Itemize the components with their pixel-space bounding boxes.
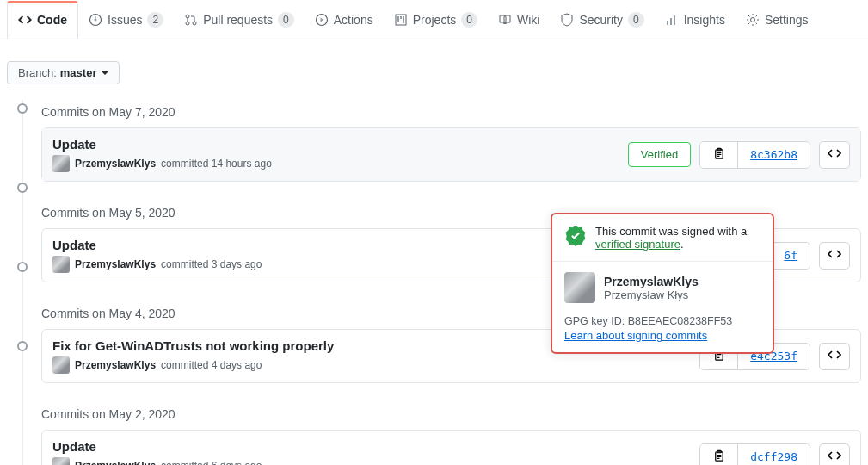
avatar[interactable] [52, 256, 70, 273]
commit-time: committed 4 days ago [161, 359, 262, 371]
timeline-marker-icon [17, 341, 28, 351]
verified-signature-link[interactable]: verified signature [595, 238, 680, 251]
svg-point-5 [193, 22, 196, 25]
copy-sha-button[interactable] [700, 444, 737, 466]
tab-settings[interactable]: Settings [736, 1, 819, 39]
commit-list: UpdatePrzemyslawKlyscommitted 6 days ago… [41, 430, 861, 465]
svg-rect-10 [403, 16, 404, 23]
timeline-marker-icon [17, 103, 28, 114]
browse-repo-button[interactable] [819, 141, 850, 169]
svg-rect-11 [667, 21, 668, 25]
count-badge: 0 [278, 12, 294, 28]
commit-title[interactable]: Update [52, 439, 699, 454]
commit-author[interactable]: PrzemyslawKlys [75, 460, 156, 465]
browse-repo-button[interactable] [819, 242, 850, 270]
tab-label: Code [37, 13, 67, 27]
tab-projects[interactable]: Projects0 [384, 0, 488, 40]
commit-group-title: Commits on May 2, 2020 [41, 402, 861, 430]
commit-sha-link[interactable]: 6f [771, 243, 810, 269]
browse-code-icon [828, 449, 841, 465]
svg-point-3 [186, 15, 189, 18]
count-badge: 0 [628, 12, 644, 28]
branch-selector[interactable]: Branch: master [7, 61, 120, 84]
commit-time: committed 6 days ago [161, 460, 262, 465]
svg-point-4 [186, 22, 189, 25]
verified-badge[interactable]: Verified [628, 142, 691, 167]
pull-request-icon [184, 13, 198, 27]
tab-label: Wiki [517, 13, 539, 27]
tab-label: Security [579, 13, 623, 27]
verified-popover: This commit was signed with a verified s… [551, 213, 774, 354]
svg-rect-8 [397, 16, 399, 22]
popover-realname: Przemysław Kłys [604, 288, 699, 301]
svg-rect-7 [396, 15, 406, 25]
copy-sha-button[interactable] [700, 142, 737, 168]
clipboard-icon [712, 450, 725, 465]
timeline-marker-icon [17, 262, 28, 272]
svg-rect-12 [670, 18, 672, 25]
browse-code-icon [828, 348, 841, 364]
commit-sha-link[interactable]: dcff298 [737, 444, 810, 466]
browse-repo-button[interactable] [819, 443, 850, 466]
avatar [564, 272, 595, 303]
popover-text: This commit was signed with a [595, 225, 747, 238]
commit-author[interactable]: PrzemyslawKlys [75, 359, 156, 371]
tab-actions[interactable]: Actions [305, 1, 384, 39]
browse-code-icon [828, 247, 841, 264]
tab-label: Insights [684, 13, 725, 27]
avatar[interactable] [52, 155, 70, 172]
svg-rect-13 [674, 16, 675, 25]
commit-group-title: Commits on May 7, 2020 [41, 100, 861, 127]
tab-label: Issues [108, 13, 142, 27]
browse-code-icon [828, 146, 841, 163]
commit-time: committed 3 days ago [161, 258, 262, 270]
clipboard-icon [712, 147, 725, 163]
avatar[interactable] [52, 457, 70, 465]
popover-username[interactable]: PrzemyslawKlys [604, 275, 699, 288]
tab-label: Projects [413, 13, 457, 27]
branch-name: master [60, 66, 97, 79]
gpg-label: GPG key ID: [564, 315, 625, 327]
timeline-marker-icon [17, 183, 28, 193]
count-badge: 2 [147, 12, 163, 28]
issue-icon [89, 13, 102, 27]
tab-security[interactable]: Security0 [550, 0, 654, 40]
tab-pulls[interactable]: Pull requests0 [174, 0, 305, 40]
verified-badge-icon [564, 225, 587, 247]
code-icon [18, 13, 32, 27]
tab-label: Actions [334, 13, 373, 27]
commit-row: UpdatePrzemyslawKlyscommitted 6 days ago… [42, 431, 860, 465]
browse-repo-button[interactable] [819, 343, 850, 370]
branch-label: Branch: [18, 66, 57, 79]
commit-time: committed 14 hours ago [161, 158, 272, 170]
count-badge: 0 [461, 12, 477, 28]
tab-label: Settings [765, 13, 809, 27]
svg-rect-2 [95, 16, 95, 19]
commit-title[interactable]: Update [52, 137, 628, 152]
avatar[interactable] [52, 356, 70, 374]
commit-author[interactable]: PrzemyslawKlys [75, 158, 156, 170]
commit-author[interactable]: PrzemyslawKlys [75, 258, 156, 270]
repo-tabs: CodeIssues2Pull requests0ActionsProjects… [0, 0, 868, 40]
commit-sha-link[interactable]: 8c362b8 [737, 142, 810, 168]
graph-icon [665, 13, 679, 27]
tab-issues[interactable]: Issues2 [78, 0, 174, 40]
tab-insights[interactable]: Insights [655, 1, 736, 39]
book-icon [498, 13, 512, 27]
tab-label: Pull requests [203, 13, 273, 27]
gpg-id: B8EEAEC08238FF53 [628, 315, 733, 327]
gear-icon [746, 13, 760, 27]
svg-point-14 [750, 18, 754, 22]
project-icon [394, 13, 408, 27]
svg-rect-9 [400, 16, 402, 19]
shield-icon [560, 13, 574, 27]
learn-signing-link[interactable]: Learn about signing commits [564, 329, 707, 342]
tab-wiki[interactable]: Wiki [488, 1, 550, 39]
commit-row: UpdatePrzemyslawKlyscommitted 14 hours a… [42, 128, 860, 181]
tab-code[interactable]: Code [7, 1, 78, 39]
chevron-down-icon [102, 71, 108, 75]
play-icon [315, 13, 329, 27]
commit-list: UpdatePrzemyslawKlyscommitted 14 hours a… [41, 127, 861, 182]
